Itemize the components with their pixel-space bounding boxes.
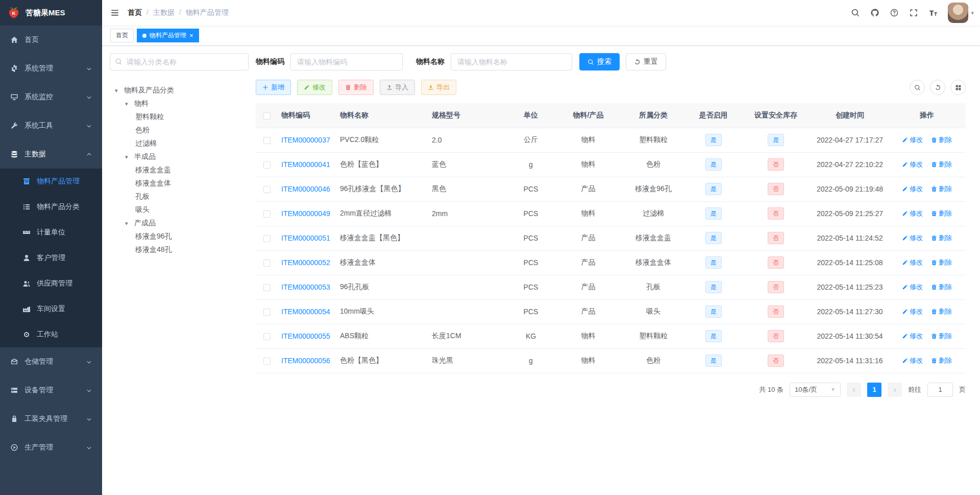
breadcrumb-item[interactable]: 首页 [128,8,142,17]
row-checkbox[interactable] [263,186,271,193]
next-page-button[interactable]: › [888,383,902,397]
material-code-link[interactable]: ITEM00000056 [281,357,330,365]
row-edit-button[interactable]: 修改 [902,160,923,169]
row-edit-button[interactable]: 修改 [902,209,923,218]
tree-node[interactable]: ▾ 物料 [110,97,249,110]
sidebar-item[interactable]: 车间设置 [0,296,102,322]
select-all-checkbox[interactable] [263,112,271,120]
material-code-link[interactable]: ITEM00000054 [281,308,330,316]
row-edit-button[interactable]: 修改 [902,356,923,365]
view-tab[interactable]: 物料产品管理 × [137,29,199,42]
user-menu[interactable]: ▾ [948,3,974,23]
material-code-link[interactable]: ITEM00000051 [281,234,330,242]
material-code-link[interactable]: ITEM00000053 [281,283,330,291]
sidebar-item[interactable]: 生产管理 [0,433,102,462]
material-code-link[interactable]: ITEM00000046 [281,185,330,193]
material-code-link[interactable]: ITEM00000037 [281,136,330,144]
tree-node[interactable]: ▾ 物料及产品分类 [110,84,249,97]
tree-node[interactable]: ▾ 半成品 [110,150,249,163]
row-checkbox[interactable] [263,210,271,218]
tree-expand-icon[interactable]: ▾ [125,101,134,107]
column-header[interactable]: 单位 [505,103,556,128]
row-edit-button[interactable]: 修改 [902,184,923,194]
fullscreen-icon[interactable] [909,8,918,17]
goto-page-input[interactable] [927,383,953,397]
page-size-select[interactable]: 10条/页 ▼ [790,383,841,397]
tree-node[interactable]: ▾ 移液盒96孔 [110,230,249,243]
row-checkbox[interactable] [263,235,271,242]
row-edit-button[interactable]: 修改 [902,135,923,145]
material-code-link[interactable]: ITEM00000052 [281,258,330,267]
column-header[interactable]: 物料编码 [278,103,337,128]
sidebar-item[interactable]: 物料产品管理 [0,169,102,194]
column-header[interactable]: 物料/产品 [556,103,620,128]
row-edit-button[interactable]: 修改 [902,282,923,292]
tree-node[interactable]: ▾ 过滤棉 [110,137,249,150]
sidebar-item[interactable]: 系统管理 [0,54,102,83]
column-header[interactable]: 创建时间 [812,103,888,128]
row-checkbox[interactable] [263,260,271,267]
row-checkbox[interactable] [263,358,271,365]
row-checkbox[interactable] [263,137,271,144]
material-code-link[interactable]: ITEM00000041 [281,160,330,169]
tree-node[interactable]: ▾ 移液盒盒体 [110,177,249,190]
refresh-table-button[interactable] [930,80,945,95]
breadcrumb-item[interactable]: 物料产品管理 [175,8,229,17]
row-delete-button[interactable]: 删除 [931,258,952,267]
columns-button[interactable] [950,80,966,95]
sidebar-item[interactable]: 系统监控 [0,83,102,111]
name-filter-input[interactable] [451,53,572,70]
toggle-search-button[interactable] [910,80,925,95]
sidebar-item[interactable]: 客户管理 [0,245,102,271]
search-icon[interactable] [851,8,860,17]
row-edit-button[interactable]: 修改 [902,233,923,243]
material-code-link[interactable]: ITEM00000055 [281,332,330,340]
edit-button[interactable]: 修改 [297,80,332,95]
category-search-input[interactable] [110,53,249,70]
row-delete-button[interactable]: 删除 [931,184,952,194]
tree-node[interactable]: ▾ 吸头 [110,203,249,217]
current-page[interactable]: 1 [867,383,881,397]
sidebar-item[interactable]: 工装夹具管理 [0,405,102,433]
column-header[interactable]: 所属分类 [620,103,687,128]
sidebar-item[interactable]: 主数据 [0,140,102,169]
tree-expand-icon[interactable]: ▾ [125,154,134,160]
sidebar-item[interactable]: 系统工具 [0,111,102,140]
column-header[interactable]: 操作 [888,103,966,128]
row-checkbox[interactable] [263,333,271,340]
row-checkbox[interactable] [263,284,271,291]
row-delete-button[interactable]: 删除 [931,356,952,365]
row-delete-button[interactable]: 删除 [931,332,952,341]
sidebar-item[interactable]: 供应商管理 [0,271,102,296]
prev-page-button[interactable]: ‹ [847,383,861,397]
tree-node[interactable]: ▾ 色粉 [110,124,249,137]
github-icon[interactable] [870,8,879,17]
tree-expand-icon[interactable]: ▾ [115,87,124,94]
sidebar-item[interactable]: 物料产品分类 [0,194,102,220]
search-button[interactable]: 搜索 [579,53,620,70]
sidebar-item[interactable]: 首页 [0,26,102,54]
delete-button[interactable]: 删除 [338,80,374,95]
row-delete-button[interactable]: 删除 [931,307,952,316]
breadcrumb-item[interactable]: 主数据 [142,8,175,17]
material-code-link[interactable]: ITEM00000049 [281,209,330,218]
view-tab[interactable]: 首页 × [110,29,134,42]
tree-expand-icon[interactable]: ▾ [125,220,134,227]
add-button[interactable]: 新增 [256,80,291,95]
tree-node[interactable]: ▾ 塑料颗粒 [110,110,249,124]
import-button[interactable]: 导入 [380,80,415,95]
sidebar-toggle-button[interactable] [102,0,128,26]
row-delete-button[interactable]: 删除 [931,135,952,145]
font-size-icon[interactable] [928,8,938,17]
row-delete-button[interactable]: 删除 [931,160,952,169]
code-filter-input[interactable] [290,53,403,70]
row-delete-button[interactable]: 删除 [931,233,952,243]
sidebar-item[interactable]: 设备管理 [0,376,102,405]
column-header[interactable]: 是否启用 [687,103,740,128]
tree-node[interactable]: ▾ 移液盒盒盖 [110,163,249,177]
row-checkbox[interactable] [263,161,271,169]
close-icon[interactable]: × [189,32,193,39]
column-header[interactable]: 物料名称 [337,103,429,128]
help-icon[interactable] [890,8,899,17]
export-button[interactable]: 导出 [421,80,456,95]
